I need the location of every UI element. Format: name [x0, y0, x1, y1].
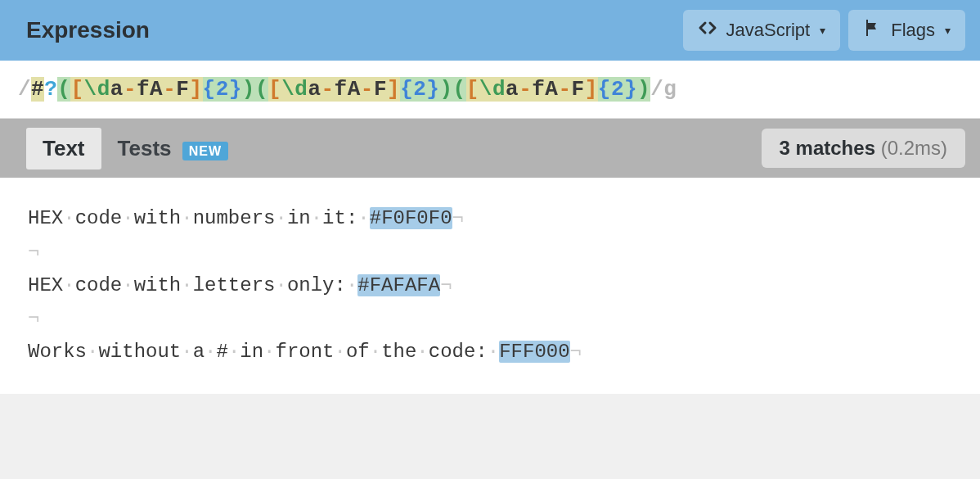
text-line: HEX·code·with·letters·only:·#FAFAFA¬	[28, 269, 952, 303]
regex-token: -	[519, 77, 532, 102]
regex-open-delimiter: /	[18, 77, 31, 102]
regex-token: A	[150, 77, 163, 102]
match-count-box[interactable]: 3 matches (0.2ms)	[762, 129, 965, 168]
flavor-button[interactable]: JavaScript ▾	[683, 10, 840, 51]
whitespace-dot: ·	[275, 207, 286, 229]
regex-token: (	[57, 77, 70, 102]
text-word: with	[134, 274, 182, 296]
regex-token: \d	[479, 77, 506, 102]
tabs: Text Tests NEW	[26, 128, 245, 169]
text-word: in	[240, 341, 263, 363]
whitespace-dot: ·	[87, 341, 98, 363]
regex-token: {2}	[598, 77, 637, 102]
text-word: HEX	[28, 207, 63, 229]
regex-token: ]	[387, 77, 400, 102]
text-word: without	[98, 341, 181, 363]
whitespace-dot: ·	[346, 274, 357, 296]
regex-token: (	[453, 77, 466, 102]
regex-token: f	[335, 77, 348, 102]
chevron-down-icon: ▾	[820, 24, 825, 37]
expression-input[interactable]: /#?([\da-fA-F]{2})([\da-fA-F]{2})([\da-f…	[0, 61, 980, 119]
regex-token: (	[255, 77, 268, 102]
whitespace-dot: ·	[275, 274, 286, 296]
text-word: code	[75, 274, 123, 296]
text-line: Works·without·a·#·in·front·of·the·code:·…	[28, 336, 952, 369]
flavor-label: JavaScript	[726, 20, 810, 41]
regex-token: f	[532, 77, 545, 102]
test-text-area[interactable]: HEX·code·with·numbers·in·it:·#F0F0F0¬¬HE…	[0, 178, 980, 394]
regex-token: F	[374, 77, 387, 102]
text-word: only:	[287, 274, 346, 296]
text-word: of	[346, 341, 370, 363]
regex-token: )	[637, 77, 650, 102]
whitespace-dot: ·	[63, 274, 74, 296]
whitespace-dot: ·	[122, 274, 133, 296]
match-highlight: #FAFAFA	[357, 274, 440, 296]
page-title: Expression	[26, 17, 150, 43]
match-highlight: #F0F0F0	[370, 207, 452, 229]
regex-token: [	[268, 77, 281, 102]
regex-token: ]	[189, 77, 202, 102]
line-end-marker: ¬	[28, 307, 39, 329]
text-word: the	[381, 341, 416, 363]
regex-token: A	[545, 77, 558, 102]
whitespace-dot: ·	[357, 207, 369, 229]
match-time: (0.2ms)	[881, 137, 947, 159]
regex-token: -	[124, 77, 137, 102]
regex-token: A	[348, 77, 361, 102]
regex-token: ?	[44, 77, 57, 102]
regex-token: a	[506, 77, 519, 102]
text-toolbar: Text Tests NEW 3 matches (0.2ms)	[0, 119, 980, 178]
tab-tests-label: Tests	[118, 136, 172, 160]
regex-flags: g	[663, 77, 677, 102]
text-line: HEX·code·with·numbers·in·it:·#F0F0F0¬	[28, 202, 952, 236]
whitespace-dot: ·	[181, 274, 192, 296]
whitespace-dot: ·	[205, 341, 216, 363]
chevron-down-icon: ▾	[945, 24, 951, 37]
regex-token: )	[242, 77, 255, 102]
regex-token: -	[558, 77, 571, 102]
line-end-marker: ¬	[570, 341, 582, 363]
regex-token: {2}	[203, 77, 242, 102]
regex-token: F	[176, 77, 189, 102]
text-line: ¬	[28, 302, 952, 336]
whitespace-dot: ·	[181, 341, 192, 363]
regex-token: ]	[585, 77, 598, 102]
text-word: with	[134, 207, 182, 229]
flag-icon	[863, 18, 883, 43]
text-word: letters	[193, 274, 276, 296]
whitespace-dot: ·	[263, 341, 275, 363]
regex-token: )	[439, 77, 452, 102]
regex-token: {2}	[400, 77, 439, 102]
whitespace-dot: ·	[228, 341, 240, 363]
regex-body: #?([\da-fA-F]{2})([\da-fA-F]{2})([\da-fA…	[31, 77, 650, 102]
match-count: 3 matches	[780, 137, 875, 159]
regex-close-delimiter: /	[650, 77, 663, 102]
flags-label: Flags	[891, 20, 935, 41]
regex-token: -	[361, 77, 374, 102]
text-word: in	[287, 207, 311, 229]
whitespace-dot: ·	[181, 207, 192, 229]
text-word: it:	[322, 207, 357, 229]
text-word: code:	[429, 341, 488, 363]
regex-token: [	[466, 77, 479, 102]
whitespace-dot: ·	[370, 341, 381, 363]
regex-token: a	[308, 77, 321, 102]
whitespace-dot: ·	[63, 207, 74, 229]
new-badge: NEW	[182, 142, 228, 160]
tab-tests[interactable]: Tests NEW	[101, 128, 245, 169]
regex-token: \d	[84, 77, 110, 102]
line-end-marker: ¬	[440, 274, 452, 296]
whitespace-dot: ·	[311, 207, 322, 229]
whitespace-dot: ·	[122, 207, 133, 229]
regex-token: a	[110, 77, 124, 102]
text-word: numbers	[193, 207, 276, 229]
header-buttons: JavaScript ▾ Flags ▾	[683, 10, 965, 51]
regex-token: [	[70, 77, 83, 102]
flags-button[interactable]: Flags ▾	[848, 10, 965, 51]
code-icon	[698, 18, 717, 43]
tab-text[interactable]: Text	[26, 128, 101, 169]
whitespace-dot: ·	[488, 341, 499, 363]
regex-token: -	[163, 77, 176, 102]
text-word: code	[75, 207, 123, 229]
